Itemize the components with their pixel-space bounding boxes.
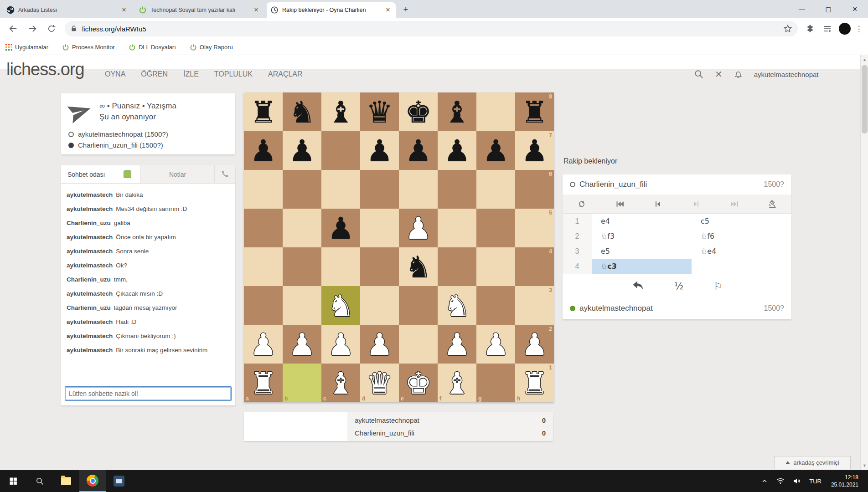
- board-square-c6[interactable]: [321, 170, 360, 209]
- board-square-b1[interactable]: b: [283, 364, 321, 402]
- board-square-h6[interactable]: 6: [515, 170, 554, 209]
- nav-araclar[interactable]: ARAÇLAR: [268, 70, 303, 78]
- browser-menu-icon[interactable]: ⋮: [853, 24, 864, 34]
- scroll-down-icon[interactable]: ▼: [861, 461, 868, 470]
- challenges-x-icon[interactable]: ✕: [715, 69, 723, 80]
- board-square-b3[interactable]: [283, 286, 321, 325]
- board-square-h3[interactable]: 3: [515, 286, 554, 325]
- white-player-link[interactable]: aykutelmastechnopat (1500?): [78, 129, 168, 140]
- board-square-c3[interactable]: ♞: [321, 286, 360, 325]
- chat-username[interactable]: aykutelmastech: [67, 234, 113, 241]
- start-button[interactable]: [0, 470, 26, 492]
- board-square-c8[interactable]: ♝: [321, 92, 360, 131]
- board-square-h7[interactable]: ♟7: [515, 131, 554, 170]
- board-square-e7[interactable]: ♟: [399, 131, 438, 170]
- board-square-d7[interactable]: ♟: [360, 131, 399, 170]
- prev-move-icon[interactable]: [639, 195, 677, 213]
- board-square-h5[interactable]: 5: [515, 209, 554, 247]
- board-square-a2[interactable]: ♟: [244, 325, 283, 364]
- board-square-a5[interactable]: [244, 209, 283, 247]
- board-square-d5[interactable]: [360, 209, 399, 247]
- forward-icon[interactable]: [25, 21, 40, 36]
- move-cell[interactable]: ♘f3: [592, 229, 692, 244]
- board-square-c5[interactable]: ♟: [321, 209, 360, 247]
- taskbar-clock[interactable]: 12:18 25.01.2021: [827, 474, 863, 488]
- board-square-b7[interactable]: ♟: [283, 131, 321, 170]
- board-square-b5[interactable]: [283, 209, 321, 247]
- chat-username[interactable]: aykutelmastech: [67, 290, 113, 297]
- bookmark-dll-dosyalari[interactable]: DLL Dosyaları: [129, 44, 176, 51]
- nav-izle[interactable]: İZLE: [183, 70, 199, 78]
- board-square-f6[interactable]: [438, 170, 476, 209]
- bookmark-star-icon[interactable]: [783, 24, 792, 33]
- board-square-g6[interactable]: [476, 170, 515, 209]
- board-square-c1[interactable]: ♝c: [321, 364, 360, 402]
- scrollbar-thumb[interactable]: [862, 65, 868, 133]
- chess-board[interactable]: ♜♞♝♛♚♝♜8♟♟♟♟♟♟♟76♟♟5♞4♞♞3♟♟♟♟♟♟♟2♜ab♝c♛d…: [244, 92, 554, 402]
- tray-chevron-icon[interactable]: [758, 470, 771, 492]
- chat-input[interactable]: [65, 386, 232, 401]
- reload-icon[interactable]: [44, 21, 59, 36]
- board-square-g3[interactable]: [476, 286, 515, 325]
- board-square-a7[interactable]: ♟: [244, 131, 283, 170]
- window-maximize-button[interactable]: ▢: [815, 0, 842, 18]
- tab-lichess-active[interactable]: Rakip bekleniyor - Oyna Charlien ✕: [267, 2, 396, 18]
- bookmark-olay-raporu[interactable]: Olay Raporu: [190, 44, 233, 51]
- chat-username[interactable]: aykutelmastech: [67, 248, 113, 255]
- board-square-f5[interactable]: [438, 209, 476, 247]
- next-move-icon[interactable]: [677, 195, 715, 213]
- nav-ogren[interactable]: ÖĞREN: [141, 70, 168, 78]
- board-square-g4[interactable]: [476, 247, 515, 286]
- first-move-icon[interactable]: [601, 195, 639, 213]
- resign-flag-icon[interactable]: ⚐: [713, 281, 723, 292]
- board-square-e1[interactable]: ♚e: [399, 364, 438, 402]
- show-desktop-button[interactable]: [865, 470, 868, 492]
- tab-steam-friends[interactable]: Arkadaş Listesi ✕: [3, 2, 132, 18]
- board-square-e3[interactable]: [399, 286, 438, 325]
- url-bar[interactable]: lichess.org/vlaRWIu5: [65, 21, 798, 36]
- board-square-f8[interactable]: ♝: [438, 92, 476, 131]
- player-name[interactable]: aykutelmastechnopat: [579, 304, 764, 313]
- board-square-g7[interactable]: ♟: [476, 131, 515, 170]
- board-square-a3[interactable]: [244, 286, 283, 325]
- chat-username[interactable]: aykutelmastech: [67, 191, 113, 198]
- board-square-c7[interactable]: [321, 131, 360, 170]
- chat-username[interactable]: aykutelmastech: [67, 318, 113, 325]
- wifi-icon[interactable]: [773, 470, 788, 492]
- analysis-microscope-icon[interactable]: [753, 195, 791, 213]
- app-icon[interactable]: [106, 470, 132, 492]
- takeback-icon[interactable]: [631, 280, 644, 292]
- phone-icon[interactable]: [214, 165, 235, 183]
- back-icon[interactable]: [5, 21, 21, 36]
- bookmark-process-monitor[interactable]: Process Monitor: [62, 44, 115, 51]
- move-cell[interactable]: ♘e4: [692, 244, 791, 259]
- move-cell[interactable]: ♘f6: [692, 229, 791, 244]
- move-cell[interactable]: c5: [692, 214, 791, 229]
- nav-oyna[interactable]: OYNA: [105, 70, 125, 78]
- board-square-f3[interactable]: ♞: [438, 286, 476, 325]
- chat-username[interactable]: aykutelmastech: [67, 347, 113, 354]
- move-cell[interactable]: e4: [592, 214, 692, 229]
- board-square-g5[interactable]: [476, 209, 515, 247]
- board-square-c2[interactable]: ♟: [321, 325, 360, 364]
- board-square-f1[interactable]: ♝f: [438, 364, 476, 402]
- board-square-b2[interactable]: ♟: [283, 325, 321, 364]
- board-square-e8[interactable]: ♚: [399, 92, 438, 131]
- new-tab-button[interactable]: +: [399, 4, 412, 16]
- board-square-h1[interactable]: ♜1h: [515, 364, 554, 402]
- chat-toggle[interactable]: [124, 170, 131, 178]
- board-square-c4[interactable]: [321, 247, 360, 286]
- chrome-taskbar-icon[interactable]: [79, 470, 106, 492]
- board-square-e2[interactable]: [399, 325, 438, 364]
- board-square-a8[interactable]: ♜: [244, 92, 283, 131]
- page-scrollbar[interactable]: ▲ ▼: [860, 55, 868, 470]
- chat-username[interactable]: aykutelmastech: [67, 262, 113, 269]
- board-square-h4[interactable]: 4: [515, 247, 554, 286]
- board-square-d2[interactable]: ♟: [360, 325, 399, 364]
- tab-close-icon[interactable]: ✕: [120, 6, 128, 14]
- board-square-b6[interactable]: [283, 170, 321, 209]
- board-square-f2[interactable]: ♟: [438, 325, 476, 364]
- board-square-e4[interactable]: ♞: [399, 247, 438, 286]
- lichess-logo[interactable]: lichess.org: [6, 60, 84, 79]
- opponent-name[interactable]: Charlienin_uzun_fili: [579, 180, 764, 189]
